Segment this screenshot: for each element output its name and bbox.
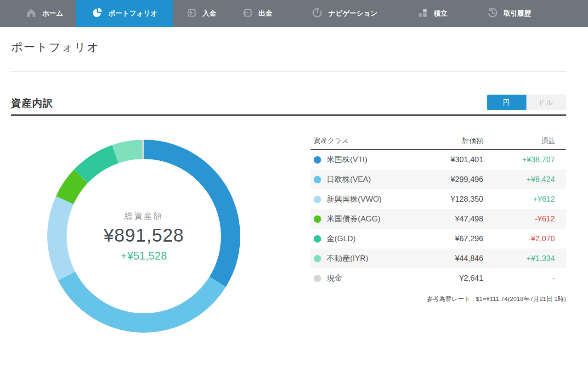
donut-rings xyxy=(47,140,240,333)
asset-name: 新興国株(VWO) xyxy=(327,194,382,204)
nav-item-deposit[interactable]: 入金 xyxy=(173,0,229,27)
nav-item-label: ポートフォリオ xyxy=(108,9,158,18)
asset-gain: +¥1,334 xyxy=(483,254,566,263)
asset-breakdown-content: 総資産額 ¥891,528 +¥51,528 資産クラス 評価額 損益 米国株(… xyxy=(11,132,566,333)
asset-value: ¥44,846 xyxy=(405,254,483,263)
currency-toggle: 円 ドル xyxy=(487,95,566,110)
currency-dollar-button[interactable]: ドル xyxy=(526,95,566,110)
asset-value: ¥128,350 xyxy=(405,195,483,204)
table-row: 不動産(IYR) ¥44,846 +¥1,334 xyxy=(311,249,566,268)
asset-color-dot xyxy=(314,196,321,203)
asset-name: 金(GLD) xyxy=(327,233,356,244)
asset-name: 不動産(IYR) xyxy=(327,253,368,264)
nav-item-label: 出金 xyxy=(259,9,272,18)
nav-item-navigation[interactable]: ナビゲーション xyxy=(299,0,390,27)
nav-item-history[interactable]: 取引履歴 xyxy=(474,0,544,27)
nav-item-label: 入金 xyxy=(203,9,216,18)
nav-item-withdraw[interactable]: 出金 xyxy=(229,0,285,27)
asset-gain: +¥8,424 xyxy=(483,175,566,184)
gauge-icon xyxy=(312,7,323,20)
asset-color-dot xyxy=(314,255,321,262)
exchange-rate-note: 参考為替レート : $1=¥111.74(2018年7月21日 1時) xyxy=(311,295,566,303)
header-value: 評価額 xyxy=(405,136,483,145)
pie-chart-icon xyxy=(92,7,103,20)
nav-item-label: 積立 xyxy=(434,9,447,18)
asset-color-dot xyxy=(314,235,321,243)
nav-item-label: ホーム xyxy=(42,9,63,18)
table-row: 米国債券(AGG) ¥47,498 -¥612 xyxy=(311,209,566,229)
asset-color-dot xyxy=(314,156,321,164)
asset-value: ¥299,496 xyxy=(405,175,483,184)
portfolio-page: ポートフォリオ 資産内訳 円 ドル 総資産額 ¥891,528 +¥51,528… xyxy=(0,27,588,333)
table-row: 金(GLD) ¥67,296 -¥2,070 xyxy=(311,229,566,249)
nav-item-portfolio[interactable]: ポートフォリオ xyxy=(76,0,173,27)
asset-name: 米国債券(AGG) xyxy=(327,214,380,224)
withdraw-icon xyxy=(242,7,253,20)
asset-value: ¥47,498 xyxy=(405,215,483,224)
nav-item-home[interactable]: ホーム xyxy=(13,0,76,27)
asset-name: 米国株(VTI) xyxy=(327,154,368,165)
asset-table: 資産クラス 評価額 損益 米国株(VTI) ¥301,401 +¥38,707 … xyxy=(311,132,566,333)
blocks-icon xyxy=(417,7,428,20)
asset-gain: -¥612 xyxy=(483,215,566,224)
home-icon xyxy=(26,7,37,20)
nav-item-label: ナビゲーション xyxy=(328,9,378,18)
section-title: 資産内訳 xyxy=(11,96,53,110)
top-nav: ホーム ポートフォリオ 入金 出金 xyxy=(0,0,588,27)
asset-color-dot xyxy=(314,215,321,223)
header-asset-class: 資産クラス xyxy=(311,136,405,145)
asset-gain: -¥2,070 xyxy=(483,234,566,243)
asset-gain: +¥612 xyxy=(483,195,566,204)
deposit-icon xyxy=(186,7,197,20)
asset-name: 日欧株(VEA) xyxy=(327,174,371,185)
header-gain: 損益 xyxy=(483,136,566,145)
table-row: 現金 ¥2,641 - xyxy=(311,268,566,288)
asset-donut-chart: 総資産額 ¥891,528 +¥51,528 xyxy=(47,140,240,333)
nav-item-reserve[interactable]: 積立 xyxy=(404,0,460,27)
asset-breakdown-header: 資産内訳 円 ドル xyxy=(11,95,566,116)
currency-yen-button[interactable]: 円 xyxy=(487,95,526,110)
asset-color-dot xyxy=(314,176,321,183)
asset-table-header: 資産クラス 評価額 損益 xyxy=(311,132,566,150)
history-icon xyxy=(487,7,498,20)
table-row: 米国株(VTI) ¥301,401 +¥38,707 xyxy=(311,150,566,170)
asset-color-dot xyxy=(314,275,321,282)
asset-name: 現金 xyxy=(327,273,342,283)
asset-gain: - xyxy=(483,274,566,283)
asset-value: ¥301,401 xyxy=(405,155,483,164)
asset-gain: +¥38,707 xyxy=(483,155,566,164)
asset-value: ¥67,296 xyxy=(405,234,483,243)
nav-item-label: 取引履歴 xyxy=(503,9,531,18)
asset-value: ¥2,641 xyxy=(405,274,483,283)
table-row: 日欧株(VEA) ¥299,496 +¥8,424 xyxy=(311,170,566,189)
page-title: ポートフォリオ xyxy=(11,27,566,55)
title-divider xyxy=(11,71,566,72)
table-row: 新興国株(VWO) ¥128,350 +¥612 xyxy=(311,189,566,209)
